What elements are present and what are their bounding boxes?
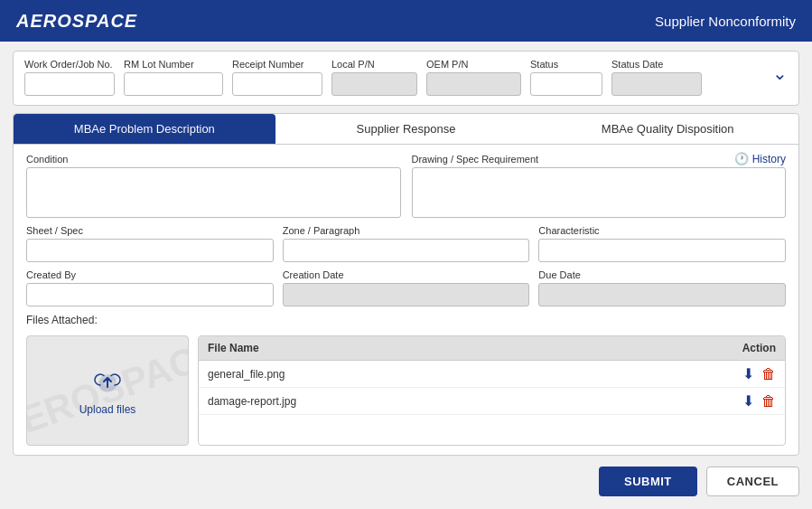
- condition-drawing-row: Condition Drawing / Spec Requirement: [26, 154, 786, 218]
- page-title: Supplier Nonconformity: [655, 14, 796, 29]
- watermark: AEROSPACE: [26, 335, 189, 446]
- file-name-1: general_file.png: [208, 368, 704, 381]
- rm-lot-field: RM Lot Number: [124, 59, 223, 96]
- work-order-label: Work Order/Job No.: [24, 59, 115, 70]
- tab-mbae-problem[interactable]: MBAe Problem Description: [14, 114, 275, 144]
- table-row: damage-report.jpg ⬇ 🗑: [199, 388, 785, 415]
- receipt-input[interactable]: [232, 72, 322, 96]
- file-actions-1: ⬇ 🗑: [704, 365, 776, 382]
- created-dates-row: Created By Creation Date Due Date: [26, 269, 786, 306]
- rm-lot-input[interactable]: [124, 72, 223, 96]
- download-icon-1[interactable]: ⬇: [742, 365, 754, 382]
- oem-pn-label: OEM P/N: [426, 59, 521, 70]
- tab-mbae-quality[interactable]: MBAe Quality Disposition: [537, 114, 798, 144]
- created-by-label: Created By: [26, 269, 274, 280]
- app-header: AEROSPACE Supplier Nonconformity: [0, 0, 812, 42]
- condition-field: Condition: [26, 154, 401, 218]
- oem-pn-input: [426, 72, 521, 96]
- status-date-input: [611, 72, 702, 96]
- local-pn-field: Local P/N: [331, 59, 417, 96]
- upload-area[interactable]: AEROSPACE Upload files: [26, 335, 189, 446]
- cancel-button[interactable]: CANCEL: [706, 467, 799, 496]
- history-button[interactable]: 🕐 History: [734, 152, 786, 165]
- status-label: Status: [530, 59, 602, 70]
- sheet-spec-label: Sheet / Spec: [26, 225, 274, 236]
- bottom-bar: SUBMIT CANCEL: [13, 463, 799, 500]
- zone-paragraph-field: Zone / Paragraph: [283, 225, 530, 262]
- delete-icon-1[interactable]: 🗑: [761, 366, 776, 382]
- receipt-field: Receipt Number: [232, 59, 322, 96]
- file-table-header: File Name Action: [199, 336, 785, 361]
- zone-paragraph-label: Zone / Paragraph: [283, 225, 530, 236]
- local-pn-label: Local P/N: [331, 59, 417, 70]
- history-label: History: [752, 153, 786, 165]
- table-row: general_file.png ⬇ 🗑: [199, 361, 785, 388]
- characteristic-input[interactable]: [538, 239, 786, 262]
- characteristic-label: Characteristic: [538, 225, 786, 236]
- sheet-zone-char-row: Sheet / Spec Zone / Paragraph Characteri…: [26, 225, 786, 262]
- files-section: AEROSPACE Upload files File Name Action: [26, 335, 786, 446]
- submit-button[interactable]: SUBMIT: [599, 467, 697, 496]
- tab-content-mbae: 🕐 History Condition Drawing / Spec Requi…: [14, 145, 798, 455]
- file-actions-2: ⬇ 🗑: [704, 392, 776, 410]
- creation-date-field: Creation Date: [283, 269, 530, 306]
- due-date-label: Due Date: [538, 269, 786, 280]
- condition-label: Condition: [26, 154, 401, 165]
- status-input[interactable]: [530, 72, 602, 96]
- sheet-spec-field: Sheet / Spec: [26, 225, 274, 262]
- zone-paragraph-input[interactable]: [283, 239, 530, 262]
- work-order-field: Work Order/Job No.: [24, 59, 115, 96]
- condition-textarea[interactable]: [26, 167, 401, 218]
- receipt-label: Receipt Number: [232, 59, 322, 70]
- status-field: Status: [530, 59, 602, 96]
- sheet-spec-input[interactable]: [26, 239, 274, 262]
- creation-date-label: Creation Date: [283, 269, 530, 280]
- local-pn-input: [331, 72, 417, 96]
- drawing-spec-textarea[interactable]: [412, 167, 787, 218]
- drawing-spec-field: Drawing / Spec Requirement: [412, 154, 787, 218]
- tab-section: MBAe Problem Description Supplier Respon…: [13, 113, 799, 456]
- rm-lot-label: RM Lot Number: [124, 59, 223, 70]
- col-filename-header: File Name: [208, 342, 704, 354]
- due-date-input: [538, 283, 786, 306]
- delete-icon-2[interactable]: 🗑: [761, 393, 776, 410]
- history-icon: 🕐: [734, 152, 749, 165]
- status-date-label: Status Date: [611, 59, 702, 70]
- col-action-header: Action: [704, 342, 776, 354]
- download-icon-2[interactable]: ⬇: [742, 392, 754, 410]
- created-by-input[interactable]: [26, 283, 274, 306]
- tab-bar: MBAe Problem Description Supplier Respon…: [14, 114, 798, 145]
- characteristic-field: Characteristic: [538, 225, 786, 262]
- files-attached-label: Files Attached:: [26, 314, 786, 326]
- work-order-input[interactable]: [24, 72, 115, 96]
- file-table: File Name Action general_file.png ⬇ 🗑 da…: [198, 335, 786, 446]
- creation-date-input: [283, 283, 530, 306]
- created-by-field: Created By: [26, 269, 274, 306]
- drawing-spec-label: Drawing / Spec Requirement: [412, 154, 787, 165]
- main-content: Work Order/Job No. RM Lot Number Receipt…: [0, 42, 812, 509]
- due-date-field: Due Date: [538, 269, 786, 306]
- status-date-field: Status Date: [611, 59, 702, 96]
- tab-supplier-response[interactable]: Supplier Response: [275, 114, 537, 144]
- oem-pn-field: OEM P/N: [426, 59, 521, 96]
- chevron-down-icon[interactable]: ⌄: [772, 62, 788, 84]
- top-form-row: Work Order/Job No. RM Lot Number Receipt…: [13, 51, 799, 106]
- file-name-2: damage-report.jpg: [208, 395, 704, 408]
- app-logo: AEROSPACE: [16, 11, 137, 32]
